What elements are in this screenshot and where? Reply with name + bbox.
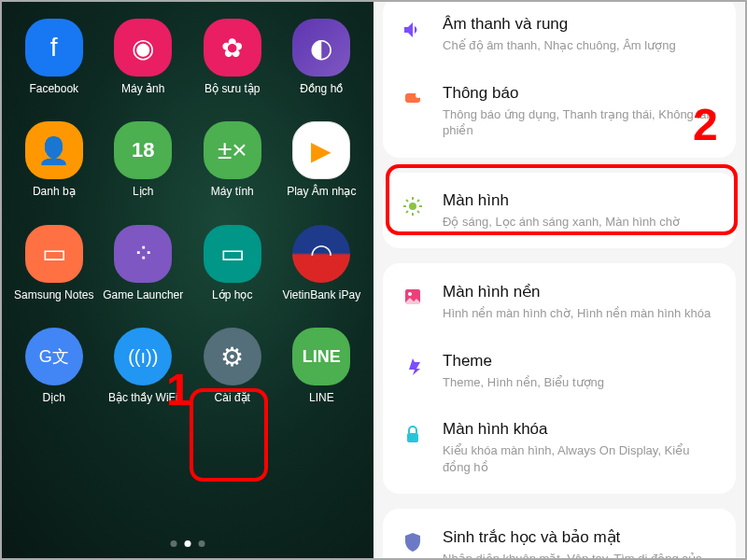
camera-icon: ◉ [114, 19, 172, 77]
settings-icon: ⚙ [204, 328, 261, 385]
svg-line-7 [406, 200, 408, 202]
settings-item-sound[interactable]: Âm thanh và rungChế độ âm thanh, Nhạc ch… [383, 2, 736, 69]
svg-point-2 [409, 203, 416, 210]
app-drawer: fFacebook◉Máy ảnh✿Bộ sưu tập◐Đồng hồ👤Dan… [2, 2, 374, 558]
app-bank[interactable]: ◠VietinBank iPay [281, 225, 363, 301]
settings-group: Sinh trắc học và bảo mậtNhận diện khuôn … [383, 509, 736, 558]
settings-title: Màn hình nền [443, 282, 719, 301]
settings-desc: Hình nền màn hình chờ, Hình nền màn hình… [443, 305, 719, 322]
app-label: Dịch [43, 391, 65, 404]
app-calendar[interactable]: 18Lịch [103, 121, 185, 198]
settings-group: Màn hìnhĐộ sáng, Lọc ánh sáng xanh, Màn … [383, 173, 736, 249]
app-label: LINE [309, 391, 334, 404]
app-label: Bộ sưu tập [204, 82, 260, 95]
app-line[interactable]: LINELINE [281, 328, 363, 404]
app-label: Facebook [29, 82, 78, 95]
play-music-icon: ▶ [292, 121, 350, 179]
security-icon [400, 529, 426, 555]
game-icon: ⁘ [114, 225, 172, 283]
facebook-icon: f [25, 19, 83, 77]
app-facebook[interactable]: fFacebook [13, 19, 95, 95]
svg-line-8 [417, 211, 419, 213]
settings-title: Màn hình khóa [443, 420, 719, 439]
app-label: Cài đặt [215, 391, 250, 404]
svg-point-1 [416, 92, 421, 98]
settings-desc: Theme, Hình nền, Biểu tượng [443, 374, 719, 391]
settings-title: Sinh trắc học và bảo mật [443, 527, 719, 547]
page-indicator [171, 540, 205, 547]
app-label: Danh bạ [33, 185, 76, 198]
line-icon: LINE [292, 328, 350, 385]
app-notes[interactable]: ▭Samsung Notes [13, 225, 95, 301]
settings-item-security[interactable]: Sinh trắc học và bảo mậtNhận diện khuôn … [383, 512, 736, 558]
settings-item-wallpaper[interactable]: Màn hình nềnHình nền màn hình chờ, Hình … [383, 267, 736, 337]
settings-desc: Kiểu khóa màn hình, Always On Display, K… [443, 442, 719, 475]
app-label: Lớp học [212, 288, 252, 301]
svg-point-12 [408, 292, 412, 296]
wallpaper-icon [400, 284, 426, 310]
app-play-music[interactable]: ▶Play Âm nhạc [281, 121, 363, 198]
clock-icon: ◐ [292, 19, 350, 77]
app-camera[interactable]: ◉Máy ảnh [103, 19, 185, 95]
app-settings[interactable]: ⚙Cài đặt [191, 328, 274, 404]
lock-icon [400, 422, 426, 448]
app-label: VietinBank iPay [282, 288, 360, 301]
theme-icon [400, 354, 426, 380]
gallery-icon: ✿ [204, 19, 261, 77]
app-label: Đồng hồ [300, 82, 343, 95]
app-classroom[interactable]: ▭Lớp học [191, 225, 274, 301]
settings-title: Theme [443, 352, 719, 371]
settings-title: Màn hình [443, 191, 719, 210]
wifi-icon: ((ı)) [114, 328, 172, 385]
app-calculator[interactable]: ±×Máy tính [191, 121, 274, 198]
settings-group: Màn hình nềnHình nền màn hình chờ, Hình … [383, 263, 736, 494]
translate-icon: G文 [25, 328, 83, 385]
app-wifi[interactable]: ((ı))Bậc thầy WiFi [103, 328, 185, 404]
calendar-icon: 18 [114, 121, 172, 179]
app-label: Máy tính [211, 185, 254, 198]
app-label: Bậc thầy WiFi [108, 391, 178, 404]
app-clock[interactable]: ◐Đồng hồ [281, 19, 363, 95]
app-label: Game Launcher [103, 288, 183, 301]
settings-title: Thông báo [443, 84, 719, 103]
classroom-icon: ▭ [204, 225, 261, 283]
app-game[interactable]: ⁘Game Launcher [103, 225, 185, 301]
bank-icon: ◠ [292, 225, 350, 283]
settings-title: Âm thanh và rung [443, 15, 719, 34]
settings-screen: Âm thanh và rungChế độ âm thanh, Nhạc ch… [374, 2, 745, 558]
notes-icon: ▭ [25, 225, 83, 283]
settings-item-display[interactable]: Màn hìnhĐộ sáng, Lọc ánh sáng xanh, Màn … [383, 176, 736, 245]
svg-rect-13 [407, 433, 418, 442]
settings-desc: Độ sáng, Lọc ánh sáng xanh, Màn hình chờ [443, 214, 719, 231]
contacts-icon: 👤 [25, 121, 83, 179]
app-label: Máy ảnh [121, 82, 164, 95]
app-label: Samsung Notes [14, 288, 93, 301]
settings-desc: Thông báo ứng dụng, Thanh trạng thái, Kh… [443, 106, 719, 139]
svg-line-9 [406, 211, 408, 213]
settings-item-theme[interactable]: ThemeTheme, Hình nền, Biểu tượng [383, 337, 736, 406]
notification-icon [400, 86, 426, 112]
settings-desc: Nhận diện khuôn mặt, Vân tay, Tìm di độn… [443, 551, 719, 558]
app-gallery[interactable]: ✿Bộ sưu tập [191, 19, 274, 95]
settings-item-notification[interactable]: Thông báoThông báo ứng dụng, Thanh trạng… [383, 69, 736, 154]
sound-icon [400, 17, 426, 43]
app-translate[interactable]: G文Dịch [13, 328, 95, 404]
svg-line-10 [417, 200, 419, 202]
settings-desc: Chế độ âm thanh, Nhạc chuông, Âm lượng [443, 37, 719, 54]
app-label: Lịch [133, 185, 153, 198]
settings-group: Âm thanh và rungChế độ âm thanh, Nhạc ch… [383, 2, 736, 158]
display-icon [400, 193, 426, 219]
settings-item-lock[interactable]: Màn hình khóaKiểu khóa màn hình, Always … [383, 405, 736, 490]
calculator-icon: ±× [204, 121, 261, 179]
app-label: Play Âm nhạc [287, 185, 356, 198]
app-contacts[interactable]: 👤Danh bạ [13, 121, 95, 198]
